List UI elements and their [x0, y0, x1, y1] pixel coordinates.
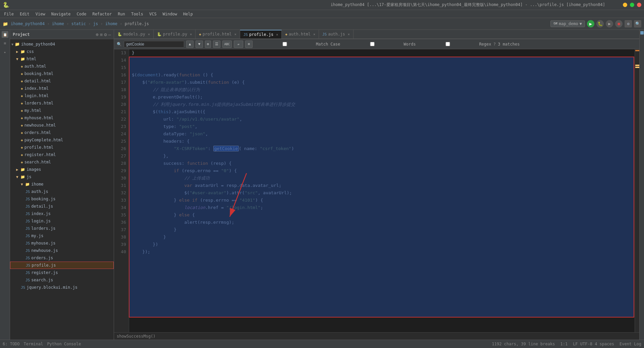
- find-options-button[interactable]: ⊕: [205, 41, 211, 48]
- scrollbar-track[interactable]: [635, 49, 639, 332]
- editor-area[interactable]: 1314151617181920212223242526272829303132…: [114, 49, 639, 332]
- match-case-checkbox[interactable]: Match Case: [255, 42, 340, 47]
- bc-ihome[interactable]: ihome: [52, 21, 64, 26]
- menu-navigate[interactable]: Navigate: [49, 11, 73, 17]
- debug-button[interactable]: 🐛: [596, 20, 604, 27]
- favorites-icon[interactable]: ★: [2, 49, 8, 55]
- tree-item-css[interactable]: ▶ 📁 css: [10, 48, 114, 55]
- tree-item-auth-html[interactable]: ◈ auth.html: [10, 63, 114, 70]
- stop-button[interactable]: ■: [615, 20, 623, 27]
- bc-static[interactable]: static: [71, 21, 86, 26]
- regex-checkbox[interactable]: Regex: [418, 42, 491, 47]
- tab-close-auth-js[interactable]: ×: [348, 32, 350, 36]
- tree-item-images[interactable]: ▶ 📁 images: [10, 166, 114, 173]
- tree-item-payComplete-html[interactable]: ◈ payComplete.html: [10, 136, 114, 144]
- sidebar-action-close[interactable]: —: [108, 32, 111, 37]
- event-log-label[interactable]: Event Log: [620, 342, 641, 346]
- menu-refactor[interactable]: Refactor: [90, 11, 114, 17]
- maximize-button[interactable]: [630, 3, 634, 7]
- structure-icon[interactable]: ≡: [2, 40, 8, 47]
- code-lines[interactable]: } $(document).ready(function () { $("#fo…: [129, 49, 639, 332]
- help-icon[interactable]: ?: [493, 42, 496, 47]
- tree-item-lorders-html[interactable]: ◈ lorders.html: [10, 99, 114, 107]
- tree-item-newhouse-html[interactable]: ◈ newhouse.html: [10, 122, 114, 129]
- tree-item-my-html[interactable]: ◈ my.html: [10, 107, 114, 114]
- tab-auth-html[interactable]: ◈ auth.html ×: [282, 30, 319, 39]
- tab-profile-html[interactable]: ◈ profile.html ×: [196, 30, 240, 39]
- tree-item-lorders-js[interactable]: JS lorders.js: [10, 225, 114, 232]
- bc-js[interactable]: js: [93, 21, 98, 26]
- tree-item-myhouse-js[interactable]: JS myhouse.js: [10, 239, 114, 247]
- sidebar-action-locate[interactable]: ⊕: [96, 32, 98, 37]
- sidebar-action-collapse[interactable]: ≡: [100, 32, 103, 37]
- build-button[interactable]: ⚙: [625, 20, 632, 27]
- tree-item-myhouse-html[interactable]: ◈ myhouse.html: [10, 114, 114, 122]
- project-icon[interactable]: 📋: [2, 31, 8, 38]
- tree-item-login-html[interactable]: ◈ login.html: [10, 92, 114, 99]
- search-input[interactable]: [124, 41, 184, 48]
- replace-all-button[interactable]: ⇌: [234, 41, 243, 48]
- tree-item-orders-js[interactable]: JS orders.js: [10, 254, 114, 262]
- tab-close-auth-html[interactable]: ×: [313, 32, 315, 36]
- tab-close-models[interactable]: ×: [148, 32, 150, 36]
- search-everywhere-button[interactable]: 🔍: [634, 20, 641, 27]
- menu-window[interactable]: Window: [160, 11, 180, 17]
- tree-item-search-js[interactable]: JS search.js: [10, 276, 114, 284]
- tree-item-profile-js[interactable]: JS profile.js: [10, 262, 114, 269]
- tree-item-html[interactable]: ▼ 📁 html: [10, 55, 114, 63]
- next-match-button[interactable]: ▼: [196, 41, 203, 48]
- minimize-button[interactable]: [623, 3, 627, 7]
- menu-code[interactable]: Code: [74, 11, 89, 17]
- menu-edit[interactable]: Edit: [17, 11, 32, 17]
- tab-close-profile-py[interactable]: ×: [190, 32, 192, 36]
- tab-profile-py[interactable]: 🐍 profile.py ×: [154, 30, 196, 39]
- tab-auth-js[interactable]: JS auth.js ×: [319, 30, 354, 39]
- tab-models-py[interactable]: 🐍 models.py ×: [114, 30, 154, 39]
- bc-profile[interactable]: profile.js: [125, 21, 149, 26]
- tree-item-detail-html[interactable]: ◈ detail.html: [10, 77, 114, 85]
- menu-tools[interactable]: Tools: [128, 11, 146, 17]
- regex-input[interactable]: [418, 42, 478, 46]
- python-console-label[interactable]: Python Console: [47, 342, 81, 346]
- menu-vcs[interactable]: VCS: [147, 11, 159, 17]
- words-checkbox[interactable]: Words: [342, 42, 416, 47]
- bc-ihome2[interactable]: ihome: [105, 21, 117, 26]
- sidebar-action-settings[interactable]: ⚙: [104, 32, 107, 37]
- tab-close-profile-html[interactable]: ×: [234, 32, 236, 36]
- tab-profile-js[interactable]: JS profile.js ×: [240, 30, 282, 39]
- todo-label[interactable]: 6: TODO: [3, 342, 20, 346]
- menu-run[interactable]: Run: [115, 11, 128, 17]
- tree-item-index-js[interactable]: JS index.js: [10, 210, 114, 217]
- prev-match-button[interactable]: ▲: [186, 41, 194, 48]
- close-button[interactable]: [637, 3, 641, 7]
- filter2-button[interactable]: ≡: [245, 41, 253, 48]
- tree-item-auth-js[interactable]: JS auth.js: [10, 188, 114, 195]
- menu-help[interactable]: Help: [180, 11, 196, 17]
- match-case-input[interactable]: [255, 42, 315, 46]
- tree-item-register-html[interactable]: ◈ register.html: [10, 151, 114, 158]
- code-content[interactable]: 1314151617181920212223242526272829303132…: [114, 49, 639, 332]
- tree-item-register-js[interactable]: JS register.js: [10, 269, 114, 276]
- tree-item-booking-html[interactable]: ◈ booking.html: [10, 70, 114, 77]
- tree-item-newhouse-js[interactable]: JS newhouse.js: [10, 247, 114, 254]
- run-config-dropdown[interactable]: 🗺 map_demo ▼: [550, 20, 585, 27]
- tree-item-login-js[interactable]: JS login.js: [10, 217, 114, 225]
- tree-item-orders-html[interactable]: ◈ orders.html: [10, 129, 114, 136]
- tree-item-js[interactable]: ▼ 📁 js: [10, 173, 114, 181]
- menu-file[interactable]: File: [1, 11, 16, 17]
- tree-item-jquery-blockui.min.js[interactable]: JS jquery.blockui.min.js: [10, 284, 114, 291]
- tree-item-index-html[interactable]: ◈ index.html: [10, 85, 114, 92]
- filter-button[interactable]: ☰: [213, 41, 220, 48]
- coverage-button[interactable]: ▶: [606, 20, 613, 27]
- tree-item-detail-js[interactable]: JS detail.js: [10, 203, 114, 210]
- tree-item-my-js[interactable]: JS my.js: [10, 232, 114, 239]
- tree-item-search-html[interactable]: ◈ search.html: [10, 158, 114, 166]
- tab-close-profile-js[interactable]: ×: [276, 33, 278, 37]
- replace-button[interactable]: ABC: [222, 41, 232, 48]
- tree-item-profile-html[interactable]: ◈ profile.html: [10, 144, 114, 151]
- words-input[interactable]: [342, 42, 402, 46]
- bc-project[interactable]: ihome_python04: [11, 21, 45, 26]
- tree-item-ihome[interactable]: ▼ 📁 ihome: [10, 181, 114, 188]
- terminal-label[interactable]: Terminal: [24, 342, 43, 346]
- tree-project-root[interactable]: ▼ 📁 ihome_python04: [10, 41, 114, 48]
